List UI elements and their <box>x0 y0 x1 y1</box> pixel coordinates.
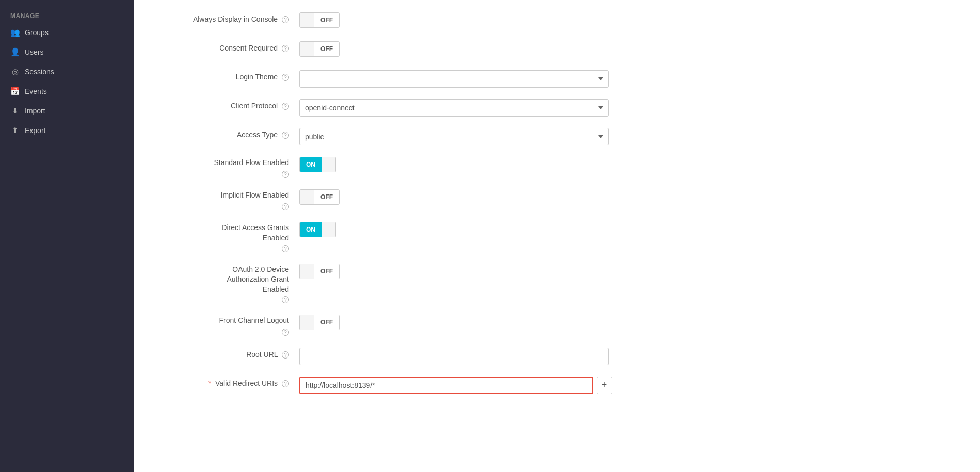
standard-flow-toggle-indicator <box>322 157 336 172</box>
sidebar-item-import[interactable]: ⬇ Import <box>0 101 134 121</box>
always-display-row: Always Display in Console ? OFF <box>155 10 959 30</box>
implicit-flow-toggle-indicator <box>300 190 314 204</box>
main-content: Always Display in Console ? OFF Consent … <box>134 0 980 472</box>
login-theme-row: Login Theme ? <box>155 68 959 88</box>
client-protocol-select[interactable]: openid-connect saml <box>299 99 609 117</box>
groups-icon: 👥 <box>10 28 20 37</box>
always-display-toggle-off: OFF <box>314 13 339 27</box>
sidebar-item-groups-label: Groups <box>25 28 49 37</box>
direct-access-help-icon[interactable]: ? <box>282 245 289 252</box>
direct-access-toggle[interactable]: ON <box>299 222 336 237</box>
direct-access-toggle-indicator <box>322 222 336 237</box>
events-icon: 📅 <box>10 87 20 96</box>
oauth-device-toggle[interactable]: OFF <box>299 264 340 279</box>
always-display-label: Always Display in Console ? <box>155 10 299 25</box>
implicit-flow-label: Implicit Flow Enabled ? <box>155 187 299 210</box>
standard-flow-label: Standard Flow Enabled ? <box>155 155 299 178</box>
sidebar-item-sessions[interactable]: ◎ Sessions <box>0 62 134 82</box>
oauth-device-row: OAuth 2.0 Device Authorization Grant Ena… <box>155 262 959 304</box>
valid-redirect-label: * Valid Redirect URIs ? <box>155 375 299 389</box>
sidebar-item-users-label: Users <box>25 48 44 56</box>
sidebar-item-groups[interactable]: 👥 Groups <box>0 23 134 42</box>
standard-flow-control: ON <box>299 155 959 172</box>
implicit-flow-toggle-off: OFF <box>314 190 339 204</box>
front-channel-control: OFF <box>299 313 959 330</box>
login-theme-label: Login Theme ? <box>155 68 299 83</box>
implicit-flow-help-icon[interactable]: ? <box>282 203 289 210</box>
implicit-flow-row: Implicit Flow Enabled ? OFF <box>155 187 959 210</box>
login-theme-select[interactable] <box>299 70 609 88</box>
sidebar-item-import-label: Import <box>25 107 45 115</box>
sidebar-item-sessions-label: Sessions <box>25 68 54 76</box>
direct-access-row: Direct Access Grants Enabled ? ON <box>155 220 959 252</box>
consent-required-help-icon[interactable]: ? <box>282 45 289 52</box>
front-channel-row: Front Channel Logout ? OFF <box>155 313 959 336</box>
sidebar-item-events-label: Events <box>25 87 47 95</box>
implicit-flow-control: OFF <box>299 187 959 205</box>
front-channel-toggle[interactable]: OFF <box>299 315 340 330</box>
access-type-help-icon[interactable]: ? <box>282 132 289 139</box>
login-theme-control <box>299 68 959 88</box>
sidebar: Manage 👥 Groups 👤 Users ◎ Sessions 📅 Eve… <box>0 0 134 472</box>
oauth-device-label: OAuth 2.0 Device Authorization Grant Ena… <box>155 262 299 304</box>
valid-redirect-input-group: + <box>299 377 612 394</box>
root-url-help-icon[interactable]: ? <box>282 351 289 359</box>
consent-required-toggle-indicator <box>300 42 314 56</box>
required-star: * <box>208 379 211 387</box>
standard-flow-toggle-on: ON <box>300 157 322 172</box>
consent-required-toggle-off: OFF <box>314 42 339 56</box>
direct-access-toggle-on: ON <box>300 222 322 237</box>
always-display-control: OFF <box>299 10 959 28</box>
consent-required-control: OFF <box>299 39 959 57</box>
root-url-input[interactable] <box>299 348 609 365</box>
sidebar-item-users[interactable]: 👤 Users <box>0 42 134 62</box>
client-protocol-label: Client Protocol ? <box>155 97 299 111</box>
valid-redirect-help-icon[interactable]: ? <box>282 380 289 387</box>
always-display-toggle[interactable]: OFF <box>299 12 340 28</box>
standard-flow-row: Standard Flow Enabled ? ON <box>155 155 959 178</box>
direct-access-control: ON <box>299 220 959 237</box>
login-theme-help-icon[interactable]: ? <box>282 74 289 81</box>
access-type-control: public confidential bearer-only <box>299 126 959 145</box>
access-type-row: Access Type ? public confidential bearer… <box>155 126 959 145</box>
access-type-label: Access Type ? <box>155 126 299 140</box>
always-display-help-icon[interactable]: ? <box>282 16 289 23</box>
root-url-label: Root URL ? <box>155 346 299 360</box>
oauth-device-control: OFF <box>299 262 959 279</box>
oauth-device-toggle-indicator <box>300 264 314 279</box>
direct-access-label: Direct Access Grants Enabled ? <box>155 220 299 252</box>
front-channel-help-icon[interactable]: ? <box>282 329 289 336</box>
root-url-control <box>299 346 959 365</box>
front-channel-toggle-off: OFF <box>314 315 339 330</box>
import-icon: ⬇ <box>10 106 20 116</box>
consent-required-toggle[interactable]: OFF <box>299 41 340 57</box>
client-protocol-row: Client Protocol ? openid-connect saml <box>155 97 959 117</box>
consent-required-label: Consent Required ? <box>155 39 299 54</box>
front-channel-toggle-indicator <box>300 315 314 330</box>
client-protocol-control: openid-connect saml <box>299 97 959 117</box>
standard-flow-help-icon[interactable]: ? <box>282 171 289 178</box>
manage-section-label: Manage <box>0 5 134 23</box>
oauth-device-toggle-off: OFF <box>314 264 339 279</box>
users-icon: 👤 <box>10 47 20 57</box>
valid-redirect-control: + <box>299 375 959 394</box>
access-type-select[interactable]: public confidential bearer-only <box>299 128 609 145</box>
client-protocol-help-icon[interactable]: ? <box>282 103 289 110</box>
root-url-row: Root URL ? <box>155 346 959 365</box>
valid-redirect-row: * Valid Redirect URIs ? + <box>155 375 959 394</box>
sidebar-item-export[interactable]: ⬆ Export <box>0 121 134 140</box>
valid-redirect-input[interactable] <box>299 377 593 394</box>
front-channel-label: Front Channel Logout ? <box>155 313 299 336</box>
oauth-device-help-icon[interactable]: ? <box>282 296 289 303</box>
implicit-flow-toggle[interactable]: OFF <box>299 189 340 205</box>
sidebar-item-events[interactable]: 📅 Events <box>0 82 134 101</box>
standard-flow-toggle[interactable]: ON <box>299 157 336 172</box>
sessions-icon: ◎ <box>10 67 20 76</box>
sidebar-item-export-label: Export <box>25 126 45 135</box>
add-redirect-uri-button[interactable]: + <box>597 377 612 394</box>
export-icon: ⬆ <box>10 126 20 135</box>
always-display-toggle-indicator <box>300 13 314 27</box>
consent-required-row: Consent Required ? OFF <box>155 39 959 59</box>
